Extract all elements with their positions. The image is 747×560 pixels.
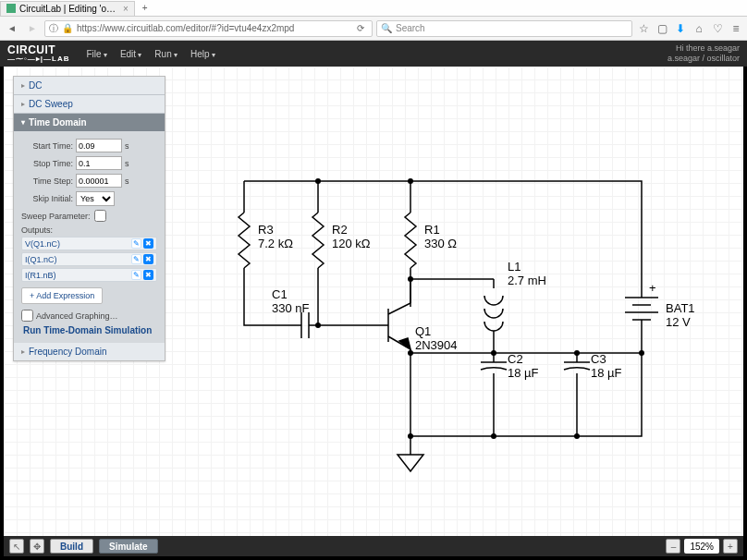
label-l1[interactable]: L12.7 mH (508, 261, 546, 288)
close-tab-icon[interactable]: × (123, 4, 129, 14)
label-c3[interactable]: C318 µF (591, 353, 622, 381)
browser-toolbar: ◄ ► ⓘ 🔒 https://www.circuitlab.com/edito… (0, 17, 747, 41)
app-header: CIRCUIT —⁓◦—▸|—LAB File Edit Run Help Hi… (0, 41, 747, 67)
build-button[interactable]: Build (50, 539, 93, 554)
forward-button: ► (24, 20, 41, 37)
bookmark-icon[interactable]: ☆ (636, 21, 651, 36)
svg-point-2 (408, 178, 413, 184)
label-c1[interactable]: C1330 nF (272, 288, 309, 316)
home-icon[interactable]: ⌂ (692, 21, 706, 36)
browser-tabstrip: CircuitLab | Editing 'o… × + (0, 0, 747, 17)
url-text: https://www.circuitlab.com/editor/#?id=v… (77, 23, 294, 33)
menu-icon[interactable]: ≡ (729, 21, 743, 36)
greeting: Hi there a.seagar (667, 43, 740, 54)
svg-point-4 (408, 276, 413, 282)
circuit-canvas[interactable]: DC DC Sweep Time Domain Start Time: s St… (4, 67, 743, 536)
label-r3[interactable]: R37.2 kΩ (258, 224, 293, 251)
label-q1[interactable]: Q12N3904 (415, 325, 458, 353)
url-input[interactable]: ⓘ 🔒 https://www.circuitlab.com/editor/#?… (44, 20, 373, 37)
zoom-level[interactable]: 152% (684, 539, 719, 554)
browser-search-input[interactable]: 🔍 Search (376, 20, 632, 37)
user-info: Hi there a.seagar a.seagar / oscillator (667, 43, 740, 64)
breadcrumb[interactable]: a.seagar / oscillator (667, 54, 740, 64)
svg-point-11 (408, 433, 413, 439)
tool-cursor-icon[interactable]: ↖ (9, 539, 24, 554)
info-icon[interactable]: ⓘ (49, 22, 58, 35)
svg-point-1 (315, 178, 321, 184)
label-r1[interactable]: R1330 Ω (424, 224, 457, 251)
reload-icon[interactable]: ⟳ (353, 23, 368, 33)
bottom-toolbar: ↖ ✥ Build Simulate – 152% + (4, 536, 743, 556)
svg-point-9 (491, 433, 496, 439)
browser-tab[interactable]: CircuitLab | Editing 'o… × (0, 1, 135, 16)
label-c2[interactable]: C218 µF (508, 353, 539, 381)
simulate-button[interactable]: Simulate (99, 539, 158, 554)
menu-edit[interactable]: Edit (115, 47, 147, 61)
svg-point-5 (408, 350, 413, 356)
menu-file[interactable]: File (81, 47, 113, 61)
search-icon: 🔍 (381, 23, 392, 33)
svg-text:+: + (649, 281, 656, 295)
svg-point-7 (574, 350, 580, 356)
label-r2[interactable]: R2120 kΩ (332, 224, 371, 251)
menu-help[interactable]: Help (185, 47, 221, 61)
svg-point-10 (574, 433, 580, 439)
new-tab-button[interactable]: + (135, 3, 155, 13)
svg-point-6 (491, 350, 496, 356)
tool-pan-icon[interactable]: ✥ (30, 539, 44, 554)
search-placeholder: Search (396, 23, 425, 33)
shield-icon[interactable]: ♡ (710, 21, 725, 36)
zoom-in-icon[interactable]: + (723, 539, 738, 554)
label-bat1[interactable]: BAT112 V (666, 302, 695, 330)
logo[interactable]: CIRCUIT —⁓◦—▸|—LAB (7, 45, 70, 62)
pocket-icon[interactable]: ▢ (655, 21, 669, 36)
workspace: DC DC Sweep Time Domain Start Time: s St… (4, 67, 743, 536)
logo-bottom: —⁓◦—▸|—LAB (7, 55, 70, 62)
schematic[interactable]: + (4, 67, 743, 538)
lock-icon: 🔒 (62, 23, 73, 33)
svg-point-3 (315, 323, 321, 328)
back-button[interactable]: ◄ (4, 20, 20, 37)
tab-title: CircuitLab | Editing 'o… (19, 4, 116, 14)
downloads-icon[interactable]: ⬇ (673, 21, 688, 36)
svg-point-8 (639, 350, 644, 356)
zoom-out-icon[interactable]: – (666, 539, 680, 554)
favicon (6, 4, 16, 13)
menu-bar: File Edit Run Help (81, 47, 221, 61)
menu-run[interactable]: Run (149, 47, 183, 61)
